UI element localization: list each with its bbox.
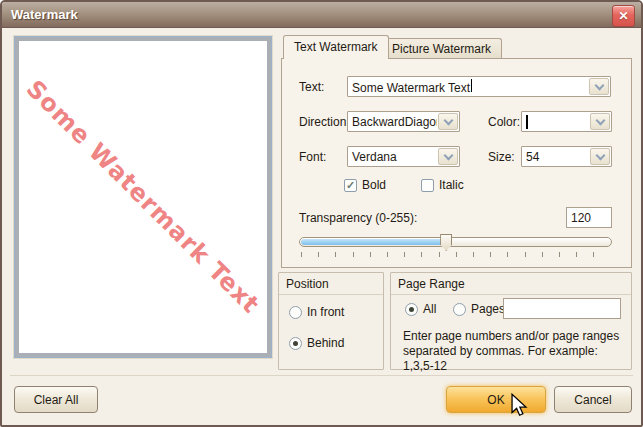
page-range-group: Page Range All Pages Enter page numbers … xyxy=(390,272,632,370)
tab-picture-watermark[interactable]: Picture Watermark xyxy=(381,38,502,59)
bold-label: Bold xyxy=(362,178,386,192)
direction-label: Direction: xyxy=(299,115,350,129)
title-bar[interactable]: Watermark xyxy=(2,2,641,28)
transparency-slider[interactable] xyxy=(299,237,612,247)
transparency-input[interactable]: 120 xyxy=(566,207,612,228)
close-button[interactable]: ✕ xyxy=(612,5,635,27)
italic-checkbox[interactable] xyxy=(421,179,434,192)
direction-combo[interactable]: BackwardDiagonal xyxy=(347,111,460,132)
preview-page: Some Watermark Text xyxy=(19,41,267,353)
chevron-down-icon xyxy=(595,150,605,160)
check-icon: ✓ xyxy=(346,180,355,191)
radio-row-in-front: In front xyxy=(289,305,344,319)
font-combo[interactable]: Verdana xyxy=(347,146,460,167)
color-combo-value xyxy=(522,115,589,129)
page-range-help-text: Enter page numbers and/or page ranges se… xyxy=(403,329,628,374)
radio-row-pages: Pages xyxy=(453,302,505,316)
radio-row-all: All xyxy=(405,302,436,316)
font-label: Font: xyxy=(299,150,326,164)
bold-checkbox-row: ✓ Bold xyxy=(344,178,386,192)
clear-all-button[interactable]: Clear All xyxy=(14,386,98,413)
bold-checkbox[interactable]: ✓ xyxy=(344,179,357,192)
text-value: Some Watermark Text xyxy=(352,81,470,95)
text-label: Text: xyxy=(299,80,324,94)
slider-ticks xyxy=(301,252,611,257)
pages-label: Pages xyxy=(471,302,505,316)
mouse-cursor-icon xyxy=(508,393,530,417)
window-title: Watermark xyxy=(11,7,78,22)
radio-dot-icon xyxy=(409,307,414,312)
behind-label: Behind xyxy=(307,336,344,350)
size-value: 54 xyxy=(522,150,589,164)
in-front-label: In front xyxy=(307,305,344,319)
pages-radio[interactable] xyxy=(453,303,466,316)
position-group: Position In front Behind xyxy=(278,272,384,370)
color-combo[interactable] xyxy=(521,111,612,132)
behind-radio[interactable] xyxy=(289,337,302,350)
position-group-title: Position xyxy=(279,273,383,295)
footer-divider xyxy=(10,375,633,376)
color-swatch xyxy=(526,115,528,129)
cancel-button[interactable]: Cancel xyxy=(554,386,632,413)
size-combo[interactable]: 54 xyxy=(521,146,612,167)
ok-button[interactable]: OK xyxy=(446,386,546,413)
transparency-label: Transparency (0-255): xyxy=(299,211,417,225)
text-combo-value: Some Watermark Text xyxy=(348,79,588,95)
page-range-group-title: Page Range xyxy=(391,273,631,295)
slider-fill xyxy=(301,239,447,245)
in-front-radio[interactable] xyxy=(289,306,302,319)
radio-row-behind: Behind xyxy=(289,336,344,350)
close-icon: ✕ xyxy=(618,10,628,22)
font-value: Verdana xyxy=(348,150,437,164)
watermark-preview: Some Watermark Text xyxy=(14,36,272,358)
radio-dot-icon xyxy=(293,341,298,346)
chevron-down-icon xyxy=(443,150,453,160)
preview-watermark-text: Some Watermark Text xyxy=(21,75,265,319)
size-combo-dropdown[interactable] xyxy=(590,148,610,165)
direction-combo-dropdown[interactable] xyxy=(438,113,458,130)
tab-text-watermark[interactable]: Text Watermark xyxy=(283,35,389,59)
chevron-down-icon xyxy=(443,115,453,125)
text-combo-dropdown[interactable] xyxy=(589,78,609,95)
watermark-dialog: Watermark ✕ Some Watermark Text Text Wat… xyxy=(0,0,643,427)
pages-input[interactable] xyxy=(503,298,621,319)
italic-label: Italic xyxy=(439,178,464,192)
all-pages-label: All xyxy=(423,302,436,316)
text-combo[interactable]: Some Watermark Text xyxy=(347,76,611,97)
direction-value: BackwardDiagonal xyxy=(348,115,437,129)
font-combo-dropdown[interactable] xyxy=(438,148,458,165)
size-label: Size: xyxy=(488,150,515,164)
all-pages-radio[interactable] xyxy=(405,303,418,316)
chevron-down-icon xyxy=(595,115,605,125)
text-caret xyxy=(471,79,472,92)
color-label: Color: xyxy=(488,115,520,129)
text-watermark-panel: Text: Some Watermark Text Direction: Bac… xyxy=(281,58,632,268)
transparency-value: 120 xyxy=(571,211,591,225)
italic-checkbox-row: Italic xyxy=(421,178,464,192)
color-combo-dropdown[interactable] xyxy=(590,113,610,130)
slider-thumb[interactable] xyxy=(440,234,452,251)
chevron-down-icon xyxy=(594,80,604,90)
